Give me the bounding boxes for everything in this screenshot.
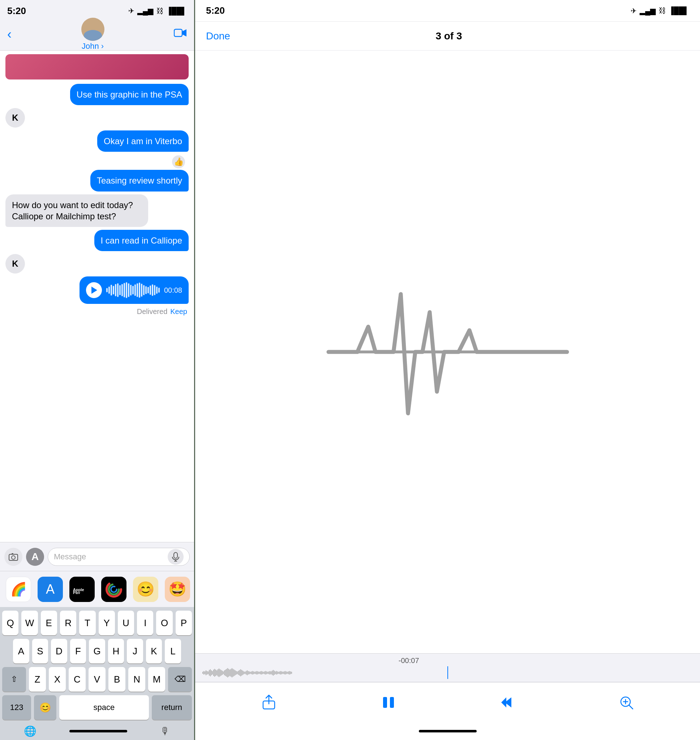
timeline-scrubber[interactable]: -00:07 [195,653,700,682]
key-c[interactable]: C [69,667,86,692]
activity-app-icon[interactable] [101,577,126,602]
emoji-key[interactable]: 😊 [34,695,56,720]
audio-play-button[interactable] [86,282,102,298]
zoom-button[interactable] [618,694,634,711]
key-n[interactable]: N [128,667,145,692]
contact-info[interactable]: John › [81,18,104,51]
camera-button[interactable] [4,548,22,566]
right-status-icons: ✈ ▂▄▆ ⛓ ▐██▌ [631,6,689,15]
audio-waveform [106,282,160,298]
key-d[interactable]: D [51,639,67,664]
message-input[interactable]: Message [48,548,190,566]
keyboard-bottom-row: 123 😊 space return [2,695,192,720]
pause-button[interactable] [379,693,397,711]
key-x[interactable]: X [49,667,66,692]
key-k[interactable]: K [146,639,162,664]
message-row: I can read in Calliope [6,230,189,251]
tapback-container: 👍 [6,155,189,169]
keyboard-row-1: Q W E R T Y U I O P [2,611,192,635]
avatar [81,18,104,41]
key-h[interactable]: H [108,639,124,664]
message-meta: Delivered Keep [6,307,189,316]
svg-text:Pay: Pay [73,590,80,594]
share-button[interactable] [261,694,277,711]
globe-icon[interactable]: 🌐 [24,725,37,737]
audio-controls [195,682,700,722]
left-nav-bar: ‹ John › [0,22,194,51]
messages-area: Use this graphic in the PSA K Okay I am … [0,51,194,542]
contact-name[interactable]: John › [82,41,104,51]
message-row: Teasing review shortly [6,170,189,191]
key-w[interactable]: W [21,611,38,635]
key-j[interactable]: J [127,639,143,664]
audio-detail-area [195,51,700,653]
keyboard-row-2: A S D F G H J K L [2,639,192,664]
back-button[interactable]: ‹ [7,27,12,42]
keyboard: Q W E R T Y U I O P A S D F G H J K L ⇧ [0,607,194,722]
svg-rect-0 [174,29,182,37]
dictation-icon[interactable]: 🎙 [160,725,170,737]
space-key[interactable]: space [59,695,149,720]
message-bubble-outgoing: Okay I am in Viterbo [97,131,189,152]
video-call-button[interactable] [174,28,187,40]
key-u[interactable]: U [118,611,134,635]
key-r[interactable]: R [60,611,76,635]
delete-key[interactable]: ⌫ [168,667,192,692]
right-bottom-bar [195,722,700,740]
right-location-icon: ✈ [631,6,637,15]
big-waveform [303,283,592,421]
input-bar: A Message [0,542,194,571]
memoji-app-icon[interactable]: 😊 [133,577,158,602]
contact-initial: K [6,254,25,273]
audio-count-title: 3 of 3 [435,30,462,42]
key-i[interactable]: I [137,611,153,635]
message-row: Okay I am in Viterbo [6,131,189,152]
header-image [6,54,189,79]
svg-rect-15 [383,697,387,708]
right-battery-icon: ▐██▌ [669,6,689,15]
key-y[interactable]: Y [99,611,115,635]
shift-key[interactable]: ⇧ [2,667,26,692]
return-key[interactable]: return [152,695,192,720]
message-bubble-outgoing: Teasing review shortly [90,170,189,191]
key-f[interactable]: F [70,639,86,664]
key-q[interactable]: Q [2,611,18,635]
audio-record-button[interactable] [168,549,184,565]
tapback-thumbsup: 👍 [171,155,186,169]
right-home-indicator [419,730,476,733]
message-row: K [6,254,189,273]
photos-app-icon[interactable]: 🌈 [6,577,31,602]
key-l[interactable]: L [165,639,181,664]
appstore-app-icon[interactable]: A [38,577,63,602]
message-row: How do you want to edit today? Calliope … [6,194,189,227]
key-e[interactable]: E [41,611,57,635]
key-b[interactable]: B [109,667,125,692]
apps-button[interactable]: A [26,548,44,566]
key-g[interactable]: G [89,639,105,664]
key-s[interactable]: S [32,639,49,664]
audio-duration: 00:08 [164,286,182,295]
key-z[interactable]: Z [29,667,46,692]
applepay-app-icon[interactable]: Apple Pay [69,577,95,602]
key-p[interactable]: P [176,611,192,635]
keep-button[interactable]: Keep [170,307,187,316]
message-bubble-incoming: How do you want to edit today? Calliope … [6,194,148,227]
key-t[interactable]: T [79,611,96,635]
rewind-button[interactable] [500,694,516,711]
svg-rect-4 [12,553,13,555]
audio-bubble[interactable]: 00:08 [79,276,189,304]
number-key[interactable]: 123 [2,695,31,720]
key-v[interactable]: V [88,667,106,692]
key-o[interactable]: O [156,611,172,635]
memoji2-app-icon[interactable]: 🤩 [165,577,190,602]
keyboard-row-3: ⇧ Z X C V B N M ⌫ [2,667,192,692]
key-m[interactable]: M [148,667,165,692]
right-nav-bar: Done 3 of 3 [195,22,700,51]
timeline-track[interactable] [202,666,693,679]
right-signal-icon: ▂▄▆ [640,6,656,15]
link-icon: ⛓ [156,7,163,15]
svg-line-18 [629,705,633,709]
done-button[interactable]: Done [206,30,230,42]
svg-point-3 [12,556,15,559]
key-a[interactable]: A [13,639,29,664]
